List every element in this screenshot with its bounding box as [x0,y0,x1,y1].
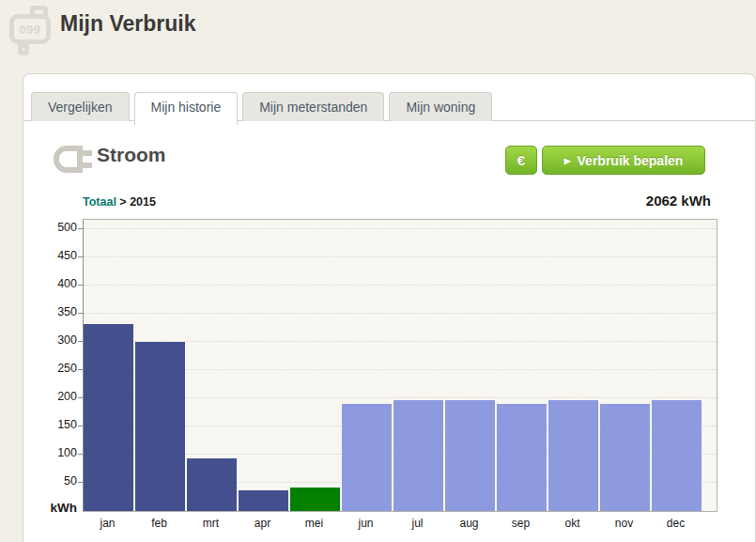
euro-button[interactable]: € [505,146,537,175]
meter-icon: 099 [9,6,53,51]
tab-mijn-meterstanden[interactable]: Mijn meterstanden [242,92,384,121]
breadcrumb-link-totaal[interactable]: Totaal [83,195,116,209]
y-axis-unit-label: kWh [28,501,77,515]
chart-bar-mei[interactable] [290,488,340,511]
gridline-500 [84,228,717,229]
y-axis-label-100: 100 [57,446,77,459]
tab-vergelijken[interactable]: Vergelijken [31,92,130,121]
page-title: Mijn Verbruik [60,11,195,37]
y-axis-labels: 50100150200250300350400450500 [28,219,77,510]
tab-strip: Vergelijken Mijn historie Mijn meterstan… [31,92,492,125]
y-tick-200 [78,397,83,398]
y-axis-label-400: 400 [57,277,77,290]
x-axis-label-mrt: mrt [186,517,236,530]
chart-bar-nov[interactable] [600,404,650,511]
y-axis-label-50: 50 [64,474,77,488]
chart-bar-jul[interactable] [393,400,443,511]
y-axis-label-150: 150 [57,418,77,431]
meter-icon-body: 099 [9,14,51,44]
total-consumption-label: 2062 kWh [646,193,711,209]
chart-bar-jun[interactable] [342,404,392,511]
x-axis-label-okt: okt [548,517,597,530]
breadcrumb: Totaal > 2015 [83,195,156,209]
breadcrumb-current-year: 2015 [130,195,156,209]
y-axis-label-500: 500 [57,221,77,234]
meter-icon-foot [18,43,29,55]
y-tick-250 [78,369,83,370]
chart-bar-sep[interactable] [497,404,547,511]
plug-icon [53,142,94,183]
mijn-verbruik-page: 099 Mijn Verbruik Vergelijken Mijn histo… [0,0,756,542]
y-tick-400 [78,285,83,286]
play-triangle-icon: ▶ [564,156,571,165]
section-title-stroom: Stroom [97,144,166,166]
x-axis-label-feb: feb [134,517,184,530]
y-axis-label-450: 450 [57,249,77,262]
y-axis-label-300: 300 [57,333,77,347]
x-axis-label-jun: jun [341,517,391,530]
x-axis-label-dec: dec [651,517,701,530]
verbruik-bepalen-label: Verbruik bepalen [578,153,684,168]
y-tick-100 [78,454,83,455]
verbruik-bepalen-button[interactable]: ▶ Verbruik bepalen [542,146,705,175]
tab-mijn-woning[interactable]: Mijn woning [389,92,492,121]
y-tick-450 [78,256,83,257]
y-axis-label-200: 200 [57,390,77,403]
x-axis-label-nov: nov [599,517,649,530]
gridline-450 [84,256,717,257]
x-axis-label-apr: apr [238,517,287,530]
y-tick-150 [78,426,83,426]
x-axis-label-sep: sep [496,517,546,530]
breadcrumb-separator: > [116,195,130,209]
plot-area [83,219,717,512]
y-axis-label-350: 350 [57,305,77,318]
y-tick-50 [78,482,83,483]
x-axis-label-aug: aug [444,517,494,530]
chart-bar-aug[interactable] [445,400,495,511]
gridline-400 [84,285,717,286]
y-tick-350 [78,313,83,314]
y-tick-300 [78,341,83,342]
chart-bar-okt[interactable] [548,400,598,511]
x-axis-labels: janfebmrtaprmeijunjulaugsepoktnovdec [83,517,716,532]
y-axis-label-250: 250 [57,362,77,375]
chart-bar-apr[interactable] [239,490,288,511]
x-axis-label-jul: jul [393,517,442,530]
tab-mijn-historie[interactable]: Mijn historie [134,92,239,125]
meter-icon-digits: 099 [14,19,46,39]
y-tick-500 [78,228,83,229]
chart-bar-mrt[interactable] [187,458,237,511]
chart-bar-jan[interactable] [84,324,133,511]
chart-bar-feb[interactable] [135,342,185,511]
x-axis-label-jan: jan [83,517,132,530]
gridline-350 [84,313,717,314]
chart-bar-dec[interactable] [652,400,702,511]
x-axis-label-mei: mei [289,517,339,530]
